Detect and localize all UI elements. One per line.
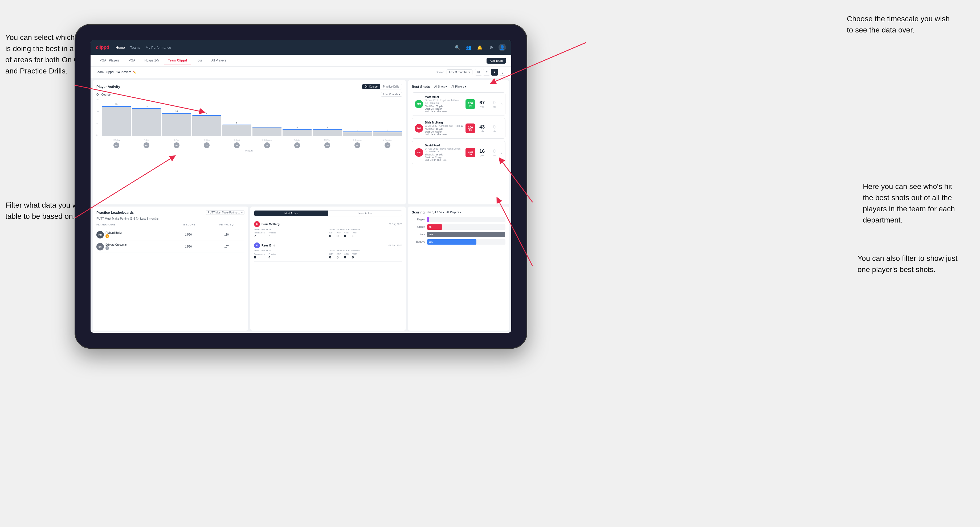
bar-6[interactable] <box>283 129 312 136</box>
total-rounds-dropdown[interactable]: Total Rounds ▾ <box>381 92 402 97</box>
tournament-stat-2: Tournament 8 <box>254 253 265 259</box>
lb-rank-1: 1 <box>105 234 109 238</box>
tournament-stat-1: Tournament 7 <box>254 232 265 238</box>
x-label-1: R. Britt <box>132 139 161 141</box>
nav-icons: 🔍 👥 🔔 ⊕ 👤 <box>454 44 506 51</box>
timescale-dropdown[interactable]: Last 3 months ▾ <box>447 70 473 75</box>
bar-0[interactable] <box>102 106 131 136</box>
grid-view-icon[interactable]: ⊞ <box>475 69 482 76</box>
shot-stat-zero-1: 0 yds <box>489 124 500 132</box>
tab-team-clippd[interactable]: Team Clippd <box>164 57 191 64</box>
all-players-dropdown[interactable]: All Players ▾ <box>451 85 466 88</box>
player-name-row-1: BM Blair McHarg <box>254 221 280 227</box>
bar-8[interactable] <box>343 132 372 136</box>
shot-player-info-2: David Ford 24 Aug 2023 · Royal North Dev… <box>425 144 463 161</box>
team-name-label: Team Clippd | 14 Players <box>96 70 131 74</box>
annotation-right-mid: Here you can see who's hit the best shot… <box>863 181 964 226</box>
tab-pgat[interactable]: PGAT Players <box>96 57 123 64</box>
avatar-4: EE <box>234 142 240 148</box>
active-name-2: Rees Britt <box>261 244 275 247</box>
tab-hcaps[interactable]: Hcaps 1-5 <box>141 57 163 64</box>
list-view-icon[interactable]: ≡ <box>483 69 490 76</box>
activity-toggle-group: On Course Practice Drills <box>362 84 402 89</box>
edit-team-icon[interactable]: ✏️ <box>133 71 136 74</box>
nav-items: Home Teams My Performance <box>116 46 447 49</box>
practice-drills-toggle[interactable]: Practice Drills <box>380 84 402 89</box>
avatar-9: LR <box>385 142 390 148</box>
chevron-right-icon-0: › <box>501 102 503 106</box>
active-avatar-1: BM <box>254 221 260 227</box>
bar-9[interactable] <box>373 132 402 136</box>
tab-all-players[interactable]: All Players <box>207 57 230 64</box>
shot-stat-1: 43 yds <box>477 124 487 132</box>
scoring-header: Scoring Par 3, 4 & 5s ▾ All Players ▾ <box>412 210 506 214</box>
active-date-1: 26 Aug 2023 <box>388 223 402 225</box>
avatar-1: RB <box>143 142 150 148</box>
x-label-4: E. Ebert <box>222 139 251 141</box>
avatar-8: EC <box>355 142 360 148</box>
x-label-0: B. McHarg <box>102 139 131 141</box>
least-active-tab[interactable]: Least Active <box>328 211 402 216</box>
tab-pga[interactable]: PGA <box>125 57 139 64</box>
nav-item-home[interactable]: Home <box>116 46 125 49</box>
practice-drill-dropdown[interactable]: PUTT Must Make Putting ... ▾ <box>206 210 245 215</box>
bar-2[interactable] <box>162 113 191 136</box>
lb-score-1: 19/20 <box>170 233 206 236</box>
bar-5[interactable] <box>253 127 282 136</box>
scoring-filter2[interactable]: All Players ▾ <box>446 211 461 214</box>
practice-acts-1: GTT0 APP0 ARG0 PUTT1 <box>329 232 402 238</box>
search-icon[interactable]: 🔍 <box>454 44 461 51</box>
chevron-down-icon: ▾ <box>465 85 466 88</box>
lb-col-score: PB SCORE <box>170 223 206 226</box>
shot-item-1[interactable]: BM Blair McHarg 23 Jul 2023 · Ashridge G… <box>412 118 506 139</box>
x-label-8: E. Crossman <box>343 139 372 141</box>
best-shots-header: Best Shots All Shots ▾ All Players ▾ <box>412 84 506 89</box>
bar-group-2: 10 <box>162 110 191 136</box>
shot-stat-0: 67 yds <box>477 100 487 108</box>
add-icon[interactable]: ⊕ <box>487 44 495 51</box>
x-axis-labels: B. McHargR. BrittD. FordJ. ColesE. Ebert… <box>96 139 402 141</box>
on-course-toggle[interactable]: On Course <box>362 84 380 89</box>
detail-view-icon[interactable]: ⋮ <box>499 69 506 76</box>
scoring-row-3: Bogeys 315 <box>412 239 506 244</box>
scoring-bars: Eagles 3 Birdies 96 Pars 499 Bogeys 315 <box>412 217 506 327</box>
tablet-screen: clippd Home Teams My Performance 🔍 👥 🔔 ⊕… <box>91 40 511 333</box>
scoring-panel: Scoring Par 3, 4 & 5s ▾ All Players ▾ Ea… <box>408 206 509 331</box>
scoring-bar-2: 499 <box>427 232 505 237</box>
divider <box>432 84 432 89</box>
shot-item-0[interactable]: MM Matt Miller 09 Jun 2023 · Royal North… <box>412 92 506 116</box>
activity-panel-header: Player Activity On Course Practice Drill… <box>96 84 402 89</box>
avatar-icon[interactable]: 👤 <box>498 44 506 51</box>
lb-name-2: Edward Crossman <box>105 243 127 246</box>
bell-icon[interactable]: 🔔 <box>476 44 484 51</box>
shot-badge-2: 198 SG <box>466 148 475 157</box>
active-player-rees: RB Rees Britt 02 Sep 2023 Total Rounds T… <box>254 240 402 262</box>
active-player-blair: BM Blair McHarg 26 Aug 2023 Total Rounds… <box>254 219 402 240</box>
team-header: Team Clippd | 14 Players ✏️ Show: Last 3… <box>91 67 511 78</box>
scoring-bar-container-3: 315 <box>427 239 506 244</box>
practice-group-1: Total Practice Activities GTT0 APP0 ARG0… <box>329 228 402 238</box>
nav-item-teams[interactable]: Teams <box>130 46 140 49</box>
bar-7[interactable] <box>313 129 342 136</box>
scoring-bar-container-0: 3 <box>427 217 506 222</box>
lb-header: PLAYER NAME PB SCORE PB AVG SQ <box>96 222 245 227</box>
nav-item-performance[interactable]: My Performance <box>146 46 171 49</box>
all-shots-dropdown[interactable]: All Shots ▾ <box>434 85 447 88</box>
bar-3[interactable] <box>192 115 221 136</box>
scoring-bar-container-1: 96 <box>427 224 506 230</box>
bar-4[interactable] <box>222 125 251 136</box>
users-icon[interactable]: 👥 <box>465 44 473 51</box>
most-active-tab[interactable]: Most Active <box>254 211 328 216</box>
scoring-filter1[interactable]: Par 3, 4 & 5s ▾ <box>426 211 444 214</box>
heart-view-icon[interactable]: ♥ <box>491 69 498 76</box>
avatar-6: RB <box>294 142 300 148</box>
lb-row: RB Richard Butler 1 19/20 110 <box>96 229 245 241</box>
tab-tour[interactable]: Tour <box>192 57 206 64</box>
x-axis-title: Players <box>96 149 402 152</box>
active-avatar-2: RB <box>254 243 260 248</box>
avatar-5: GB <box>264 142 270 148</box>
add-team-button[interactable]: Add Team <box>487 58 506 63</box>
shot-item-2[interactable]: DF David Ford 24 Aug 2023 · Royal North … <box>412 141 506 164</box>
bar-1[interactable] <box>132 108 161 136</box>
active-player-header-1: BM Blair McHarg 26 Aug 2023 <box>254 221 402 227</box>
